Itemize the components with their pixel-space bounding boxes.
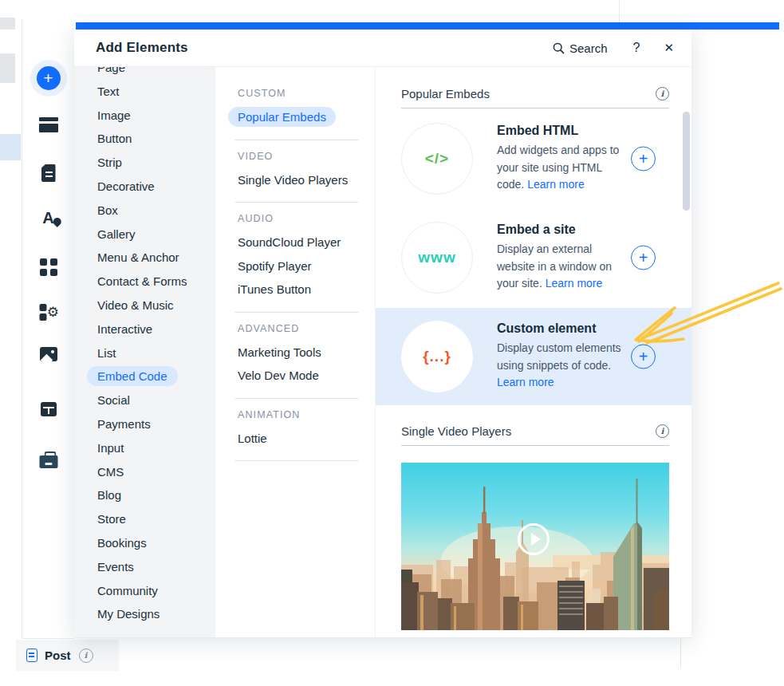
category-item[interactable]: Text bbox=[74, 80, 215, 104]
subcategory-item[interactable]: Spotify Player bbox=[238, 254, 375, 278]
category-label: Contact & Forms bbox=[97, 274, 187, 288]
info-icon[interactable]: i bbox=[79, 649, 93, 663]
card-glyph-icon: </> bbox=[425, 150, 449, 168]
add-section-button[interactable] bbox=[39, 117, 58, 132]
category-label: Page bbox=[97, 67, 125, 74]
card-icon-circle: </> bbox=[401, 123, 473, 195]
search-icon bbox=[553, 42, 565, 54]
category-item[interactable]: Strip bbox=[74, 151, 215, 175]
group-heading: AUDIO bbox=[238, 213, 375, 224]
categories-list: Page Text Image Button Strip bbox=[74, 67, 215, 626]
grid-icon bbox=[40, 258, 57, 276]
play-button[interactable] bbox=[518, 523, 550, 555]
category-item[interactable]: Bookings bbox=[74, 531, 215, 555]
subcategory-label: Marketing Tools bbox=[238, 345, 321, 359]
category-label: Button bbox=[97, 132, 132, 145]
subcategory-item[interactable]: Marketing Tools bbox=[238, 341, 375, 365]
embed-card[interactable]: </> Embed HTML Add widgets and apps to y… bbox=[376, 110, 691, 207]
category-item[interactable]: Input bbox=[74, 436, 215, 460]
category-item[interactable]: Box bbox=[74, 199, 215, 223]
help-button[interactable]: ? bbox=[633, 41, 640, 55]
add-element-plus-button[interactable]: + bbox=[631, 345, 656, 369]
embed-card[interactable]: www Embed a site Display an external web… bbox=[376, 209, 691, 306]
embed-card[interactable]: {...} Custom element Display custom elem… bbox=[376, 308, 691, 405]
panel-header: Add Elements Search ? ✕ bbox=[74, 30, 691, 67]
group-heading: ANIMATION bbox=[238, 409, 375, 420]
subcategory-item[interactable]: Velo Dev Mode bbox=[238, 364, 375, 388]
add-apps-button[interactable]: ⚙ bbox=[39, 304, 57, 321]
learn-more-link[interactable]: Learn more bbox=[527, 178, 585, 191]
card-title: Embed HTML bbox=[497, 124, 623, 138]
group-items: SoundCloud Player Spotify Player iTunes … bbox=[238, 231, 375, 302]
scrollbar-thumb[interactable] bbox=[683, 112, 690, 211]
section-header: Popular Embeds i bbox=[376, 87, 691, 101]
category-item[interactable]: Embed Code bbox=[74, 365, 215, 388]
content-column: Popular Embeds i </> Embed HTML Add widg… bbox=[375, 67, 691, 637]
subcategory-item[interactable]: Single Video Players bbox=[238, 168, 375, 192]
category-label: Store bbox=[97, 512, 126, 526]
learn-more-link[interactable]: Learn more bbox=[497, 376, 554, 388]
group-divider bbox=[235, 460, 358, 461]
section-title: Single Video Players bbox=[401, 424, 511, 438]
subcategory-item[interactable]: SoundCloud Player bbox=[238, 231, 375, 254]
category-item[interactable]: Social bbox=[74, 388, 215, 412]
category-item[interactable]: Store bbox=[74, 507, 215, 531]
category-item[interactable]: Video & Music bbox=[74, 294, 215, 317]
category-item[interactable]: List bbox=[74, 341, 215, 365]
pages-button[interactable] bbox=[41, 164, 56, 182]
add-element-plus-button[interactable]: + bbox=[631, 147, 656, 172]
category-item[interactable]: My Designs bbox=[74, 602, 215, 626]
category-label: CMS bbox=[97, 465, 124, 479]
category-item[interactable]: Interactive bbox=[74, 317, 215, 341]
category-item[interactable]: Gallery bbox=[74, 223, 215, 246]
background-ui-fragment bbox=[0, 18, 15, 30]
background-ui-fragment bbox=[0, 53, 15, 83]
category-label: My Designs bbox=[97, 607, 160, 621]
search-button[interactable]: Search bbox=[553, 41, 608, 55]
video-player-thumbnail[interactable] bbox=[401, 463, 669, 630]
group-divider bbox=[235, 140, 358, 140]
learn-more-link[interactable]: Learn more bbox=[546, 277, 603, 290]
site-design-icon: A bbox=[42, 210, 53, 226]
subcategory-label: iTunes Button bbox=[238, 282, 311, 296]
add-elements-button[interactable]: + bbox=[30, 60, 67, 97]
hire-professional-button[interactable] bbox=[39, 451, 57, 468]
table-icon bbox=[41, 402, 57, 416]
category-item[interactable]: Image bbox=[74, 104, 215, 128]
category-item[interactable]: Events bbox=[74, 555, 215, 579]
category-item[interactable]: Menu & Anchor bbox=[74, 246, 215, 270]
subcategory-label: Single Video Players bbox=[238, 173, 348, 187]
media-button[interactable] bbox=[40, 347, 57, 361]
subcategory-label: SoundCloud Player bbox=[238, 235, 341, 249]
plus-icon: + bbox=[37, 66, 61, 90]
category-item[interactable]: Button bbox=[74, 127, 215, 151]
category-item[interactable]: Blog bbox=[74, 483, 215, 507]
embed-cards-list: </> Embed HTML Add widgets and apps to y… bbox=[376, 110, 691, 405]
add-element-plus-button[interactable]: + bbox=[631, 246, 656, 270]
group-items: Single Video Players bbox=[238, 168, 375, 192]
subcategory-item[interactable]: Lottie bbox=[238, 427, 375, 451]
category-item[interactable]: Payments bbox=[74, 412, 215, 436]
category-item[interactable]: Page bbox=[74, 67, 215, 80]
subcategory-item[interactable]: Popular Embeds bbox=[238, 105, 375, 129]
info-icon[interactable]: i bbox=[656, 87, 669, 101]
info-icon[interactable]: i bbox=[656, 424, 669, 438]
site-design-button[interactable]: A bbox=[42, 210, 53, 226]
category-label: Community bbox=[97, 584, 158, 597]
content-manager-button[interactable] bbox=[41, 402, 57, 416]
category-item[interactable]: Contact & Forms bbox=[74, 270, 215, 294]
card-glyph-icon: {...} bbox=[423, 348, 451, 365]
category-item[interactable]: Community bbox=[74, 579, 215, 603]
editor-toolbar: + A ⚙ bbox=[22, 20, 74, 639]
category-label: Social bbox=[97, 393, 130, 407]
close-button[interactable]: ✕ bbox=[664, 41, 674, 55]
group-divider bbox=[235, 398, 358, 399]
category-item[interactable]: Decorative bbox=[74, 175, 215, 199]
post-tab[interactable]: Post i bbox=[16, 640, 119, 671]
category-label: Menu & Anchor bbox=[97, 250, 179, 264]
canvas-top-bar bbox=[76, 22, 779, 30]
app-grid-button[interactable] bbox=[40, 258, 57, 276]
group-heading: ADVANCED bbox=[238, 323, 375, 334]
category-item[interactable]: CMS bbox=[74, 460, 215, 484]
subcategory-item[interactable]: iTunes Button bbox=[238, 278, 375, 302]
